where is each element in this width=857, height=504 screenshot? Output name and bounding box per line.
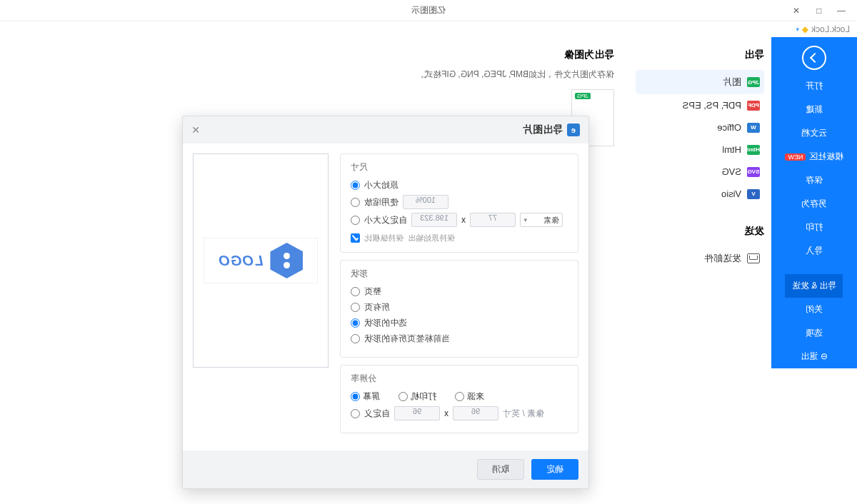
sidebar-item-11[interactable]: ⊖ 退出: [786, 345, 843, 368]
title-bar: ― □ ✕ 亿图图示: [0, 0, 857, 21]
sidebar-item-3[interactable]: 模板社区NEW: [786, 145, 843, 168]
sidebar-item-1[interactable]: 新建: [786, 98, 843, 121]
shape-curexcept-radio[interactable]: [351, 334, 360, 343]
res-source-radio[interactable]: [455, 392, 464, 401]
sidebar-item-8[interactable]: 导出 & 发送: [786, 274, 843, 298]
format-label: PDF, PS, EPS: [683, 100, 741, 111]
dialog-close-button[interactable]: ✕: [191, 124, 200, 136]
format-label: Office: [717, 122, 741, 133]
sidebar-item-label: 关闭: [806, 304, 823, 314]
res-v2-input[interactable]: 96: [453, 406, 498, 420]
res-custom-label[interactable]: 自定义: [364, 408, 390, 420]
thumbnail-format-tag: JPG: [575, 93, 591, 99]
size-x-label: x: [461, 215, 466, 225]
sidebar-item-9[interactable]: 关闭: [786, 298, 843, 321]
export-heading: 导出: [636, 49, 764, 61]
window-title: 亿图图示: [411, 4, 446, 16]
app-logo-icon: e: [567, 124, 580, 136]
sidebar-item-7[interactable]: 导入: [786, 239, 843, 263]
send-heading: 发送: [636, 225, 764, 238]
sidebar-item-label: 云文档: [801, 128, 827, 138]
size-width-input[interactable]: 198.323: [411, 213, 457, 227]
format-icon: Html: [747, 145, 760, 155]
zoom-value-input[interactable]: 100%: [403, 195, 448, 209]
res-x-label: x: [444, 408, 448, 418]
keep-ratio-label[interactable]: 保持纵横比: [364, 233, 404, 243]
send-email-item[interactable]: 发送邮件: [636, 246, 764, 271]
window-close-button[interactable]: ✕: [786, 6, 806, 16]
format-label: Visio: [721, 188, 741, 199]
format-item-office[interactable]: WOffice: [636, 116, 764, 138]
sidebar-item-10[interactable]: 选项: [786, 321, 843, 345]
shape-allpages-label[interactable]: 所有页: [364, 301, 390, 313]
exit-icon: ⊖: [818, 351, 827, 361]
sidebar-item-2[interactable]: 云文档: [786, 121, 843, 145]
res-source-label[interactable]: 来源: [467, 390, 484, 403]
size-zoom-label[interactable]: 使用缩放: [364, 196, 399, 208]
res-printer-label[interactable]: 打印机: [411, 390, 436, 403]
format-label: SVG: [722, 166, 741, 177]
sidebar-item-6[interactable]: 打印: [786, 216, 843, 239]
res-printer-radio[interactable]: [399, 392, 408, 401]
size-height-input[interactable]: 77: [470, 213, 516, 227]
size-group: 尺寸 原始大小 100% 使用缩放 像素▾: [340, 153, 578, 253]
size-zoom-radio[interactable]: [351, 198, 360, 207]
format-item-visio[interactable]: VVisio: [636, 183, 764, 205]
format-item-svg[interactable]: SVGSVG: [636, 161, 764, 183]
dialog-title: 导出图片: [523, 124, 563, 136]
res-screen-radio[interactable]: [351, 392, 360, 401]
sidebar-item-label: 另存为: [801, 198, 827, 208]
sidebar-item-label: 退出: [801, 351, 818, 361]
res-heading: 分辨率: [351, 373, 568, 385]
size-original-radio[interactable]: [351, 181, 360, 190]
shape-allpages-radio[interactable]: [351, 303, 360, 312]
shape-selected-radio[interactable]: [351, 318, 360, 328]
format-icon: W: [747, 123, 760, 133]
shape-selected-label[interactable]: 选中的形状: [364, 317, 407, 329]
envelope-icon: [747, 253, 760, 263]
size-original-label[interactable]: 原始大小: [364, 179, 399, 191]
user-account[interactable]: Lock.Lock ◆ ▾: [796, 24, 850, 34]
back-circle-button[interactable]: [802, 46, 826, 70]
res-custom-radio[interactable]: [351, 409, 360, 418]
window-maximize-button[interactable]: □: [809, 6, 829, 16]
ok-button[interactable]: 确定: [531, 459, 578, 480]
pane-description: 保存为图片文件，比如BMP, JPEG, PNG, GIF格式。: [14, 69, 614, 81]
sidebar-item-label: 导入: [806, 246, 823, 256]
sidebar-item-label: 打开: [806, 81, 823, 91]
res-v1-input[interactable]: 96: [394, 406, 440, 420]
format-icon: V: [747, 189, 760, 199]
shape-group: 形状 整页 所有页 选中的形状 当前标签页所有的形状: [340, 260, 578, 358]
format-label: Html: [722, 144, 741, 155]
window-minimize-button[interactable]: ―: [831, 6, 851, 16]
preview-logo-text: LOGO: [219, 253, 264, 269]
shape-heading: 形状: [351, 268, 568, 280]
res-screen-label[interactable]: 屏幕: [363, 390, 380, 403]
format-item-html[interactable]: HtmlHtml: [636, 138, 764, 161]
hexagon-icon: [270, 243, 303, 278]
shape-full-label[interactable]: 整页: [364, 286, 381, 298]
sidebar-item-label: 打印: [806, 222, 823, 232]
sidebar-item-4[interactable]: 保存: [786, 168, 843, 192]
new-badge: NEW: [786, 153, 806, 161]
size-custom-radio[interactable]: [351, 216, 360, 225]
shape-full-radio[interactable]: [351, 287, 360, 296]
user-bar: Lock.Lock ◆ ▾: [0, 21, 857, 37]
sidebar-item-label: 新建: [806, 104, 823, 114]
cancel-button[interactable]: 取消: [477, 459, 524, 480]
size-unit-select[interactable]: 像素▾: [520, 213, 563, 227]
sidebar-item-5[interactable]: 另存为: [786, 192, 843, 216]
size-custom-label[interactable]: 自定义大小: [364, 214, 407, 226]
export-preview: LOGO: [193, 153, 329, 368]
pane-heading: 导出为图像: [14, 49, 614, 61]
shape-curexcept-label[interactable]: 当前标签页所有的形状: [364, 333, 450, 345]
format-item-图片[interactable]: JPG图片: [636, 70, 764, 94]
arrow-right-icon: [810, 53, 820, 63]
sidebar-item-0[interactable]: 打开: [786, 74, 843, 98]
export-format-panel: 导出 JPG图片PDFPDF, PS, EPSWOfficeHtmlHtmlSV…: [628, 37, 771, 368]
keep-ratio-checkbox[interactable]: [351, 233, 360, 243]
size-heading: 尺寸: [351, 161, 568, 173]
format-icon: SVG: [747, 167, 760, 177]
format-item-pdf, ps, eps[interactable]: PDFPDF, PS, EPS: [636, 94, 764, 116]
sidebar-item-label: 选项: [806, 328, 823, 338]
